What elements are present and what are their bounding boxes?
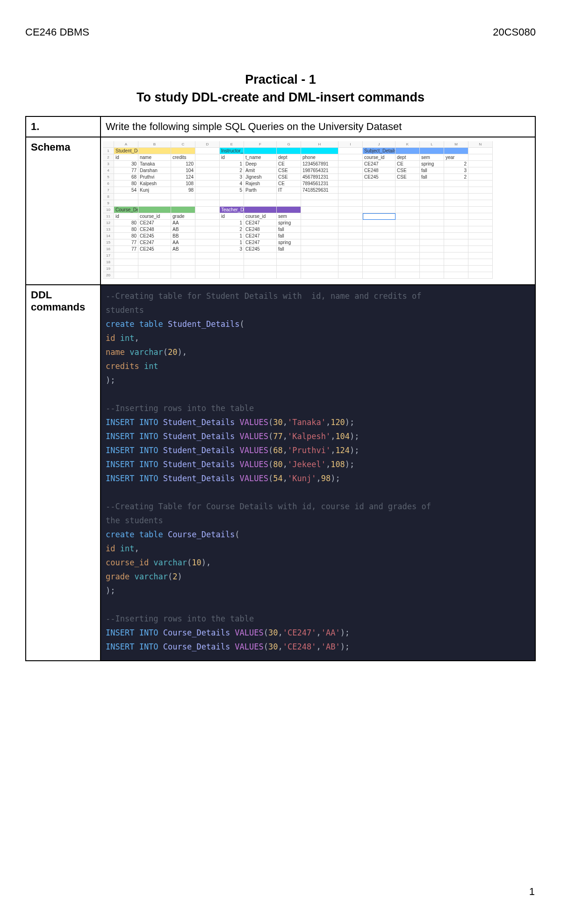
header-left: CE246 DBMS xyxy=(25,26,89,38)
page: CE246 DBMS 20CS080 Practical - 1 To stud… xyxy=(0,0,561,687)
sql-code-block: --Creating table for Student Details wit… xyxy=(101,285,535,660)
spreadsheet: ABCDEFGHIJKLMN1Student_DetailsInstructor… xyxy=(103,140,533,282)
row1-text: Write the following simple SQL Queries o… xyxy=(101,116,535,137)
title-line1: Practical - 1 xyxy=(25,71,536,89)
row2-label: Schema xyxy=(26,137,101,285)
title-block: Practical - 1 To study DDL-create and DM… xyxy=(25,71,536,107)
row3-label: DDL commands xyxy=(26,285,101,661)
page-number: 1 xyxy=(529,886,535,898)
code-cell: --Creating table for Student Details wit… xyxy=(101,285,535,661)
content-table: 1. Write the following simple SQL Querie… xyxy=(25,116,536,661)
page-header: CE246 DBMS 20CS080 xyxy=(25,26,536,38)
row1-label: 1. xyxy=(26,116,101,137)
header-right: 20CS080 xyxy=(493,26,536,38)
schema-cell: ABCDEFGHIJKLMN1Student_DetailsInstructor… xyxy=(101,137,535,285)
title-line2: To study DDL-create and DML-insert comma… xyxy=(25,89,536,107)
